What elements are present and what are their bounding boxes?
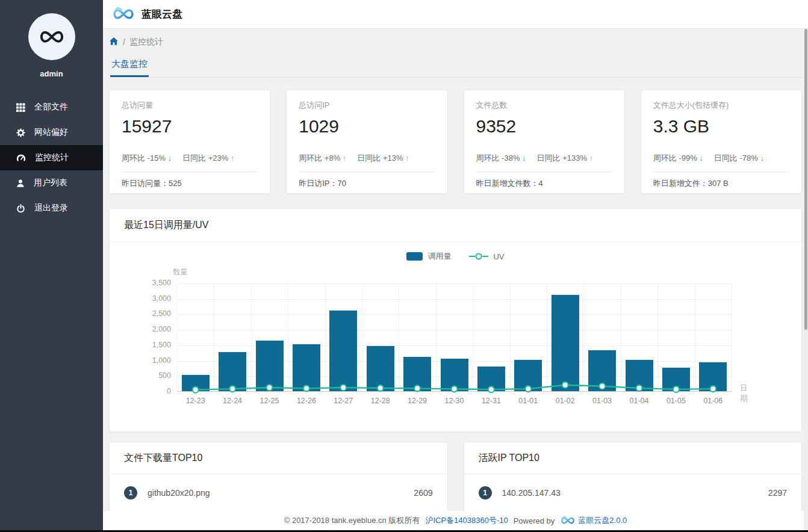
up-arrow-icon: ↑	[231, 153, 235, 162]
scrollbar-track[interactable]	[804, 29, 808, 530]
footer-icp-link[interactable]: 沪ICP备14038360号-10	[425, 515, 508, 526]
x-tick-label: 01-06	[695, 397, 732, 405]
stat-card-3: 文件总大小(包括缓存)3.3 GB周环比 -99% ↓日同比 -78% ↓昨日新…	[641, 90, 802, 194]
stat-footer: 昨日新增文件数：4	[476, 178, 612, 189]
x-tick-label: 12-29	[399, 397, 435, 405]
footer-powered-by: Powered by	[514, 516, 555, 525]
sidebar-item-1[interactable]: 网站偏好	[0, 120, 103, 145]
x-tick-label: 01-05	[657, 397, 694, 405]
scrollbar-thumb[interactable]	[804, 29, 807, 330]
stat-label: 总访问IP	[299, 100, 435, 111]
x-tick-label: 12-31	[473, 397, 509, 405]
y-tick-label: 1,500	[132, 341, 171, 349]
y-tick-label: 500	[132, 371, 171, 380]
y-tick-label: 2,500	[132, 309, 171, 318]
stat-value: 15927	[122, 116, 258, 137]
legend-item-UV[interactable]: UV	[469, 252, 504, 261]
gear-icon	[16, 128, 25, 137]
list-item: 1github20x20.png2609	[110, 474, 447, 507]
stat-cards-row: 总访问量15927周环比 -15% ↓日同比 +23% ↑昨日访问量：525总访…	[109, 90, 802, 194]
sidebar-item-2[interactable]: 监控统计	[0, 145, 103, 170]
sidebar-item-0[interactable]: 全部文件	[0, 94, 103, 120]
sidebar-item-label: 用户列表	[34, 178, 67, 188]
main-content: / 监控统计 大盘监控 总访问量15927周环比 -15% ↓日同比 +23% …	[103, 29, 808, 532]
sidebar-item-4[interactable]: 退出登录	[0, 196, 103, 221]
down-arrow-icon: ↓	[699, 153, 703, 162]
downloads-top10-title: 文件下载量TOP10	[110, 442, 447, 474]
x-tick-label: 01-03	[583, 397, 620, 405]
stat-value: 3.3 GB	[653, 116, 789, 137]
y-axis-name: 数量	[173, 267, 188, 277]
x-tick-label: 12-24	[214, 397, 250, 405]
rank-badge: 1	[124, 486, 137, 500]
stat-card-0: 总访问量15927周环比 -15% ↓日同比 +23% ↑昨日访问量：525	[109, 90, 270, 194]
chart-title: 最近15日调用量/UV	[110, 209, 801, 242]
app-logo-icon	[111, 7, 135, 22]
x-tick-label: 12-26	[288, 397, 325, 405]
y-tick-label: 0	[132, 387, 171, 395]
sidebar-item-label: 网站偏好	[34, 127, 68, 138]
legend-label: UV	[493, 252, 504, 261]
x-tick-label: 12-27	[325, 397, 362, 405]
tab-bar: 大盘监控	[109, 58, 802, 78]
stat-label: 总访问量	[122, 100, 258, 111]
home-icon[interactable]	[109, 37, 119, 48]
stat-card-1: 总访问IP1029周环比 +8% ↑日同比 +13% ↑昨日访IP：70	[286, 90, 447, 194]
list-item: 1140.205.147.432297	[464, 474, 802, 507]
x-axis-name: 日期	[740, 383, 748, 404]
app-header: 蓝眼云盘	[103, 0, 808, 29]
tab-dashboard-monitor[interactable]: 大盘监控	[110, 58, 149, 77]
uv-line-series	[177, 283, 732, 392]
stat-card-2: 文件总数9352周环比 -38% ↓日同比 +133% ↑昨日新增文件数：4	[464, 90, 625, 194]
grid-icon	[16, 103, 25, 112]
list-item-value: 2297	[768, 488, 787, 498]
page-footer: © 2017-2018 tank.eyeblue.cn 版权所有 沪ICP备14…	[103, 511, 808, 530]
user-avatar	[28, 13, 75, 60]
stat-footer: 昨日新增文件：307 B	[653, 178, 789, 189]
x-tick-label: 01-02	[547, 397, 583, 405]
sidebar-item-label: 全部文件	[34, 102, 68, 113]
footer-logo-icon	[560, 516, 576, 525]
stat-trend: 周环比 +8% ↑日同比 +13% ↑	[299, 153, 435, 164]
list-item-value: 2609	[414, 488, 432, 498]
x-tick-label: 12-25	[251, 397, 288, 405]
stat-value: 1029	[299, 116, 435, 137]
active-ip-top10-title: 活跃IP TOP10	[464, 442, 802, 474]
stat-trend: 周环比 -38% ↓日同比 +133% ↑	[476, 153, 612, 164]
list-item-name: github20x20.png	[148, 488, 210, 498]
y-tick-label: 1,000	[132, 356, 171, 365]
breadcrumb-current: 监控统计	[129, 37, 163, 48]
active-ip-top10-list: 1140.205.147.432297	[464, 474, 802, 507]
sidebar-item-label: 监控统计	[35, 152, 69, 163]
x-tick-label: 12-30	[436, 397, 473, 405]
down-arrow-icon: ↓	[168, 153, 172, 162]
legend-label: 调用量	[427, 251, 451, 262]
stat-footer: 昨日访IP：70	[299, 178, 435, 189]
y-tick-label: 3,000	[132, 294, 171, 303]
stat-label: 文件总数	[476, 100, 612, 111]
downloads-top10-list: 1github20x20.png2609	[110, 474, 447, 507]
stat-trend: 周环比 -99% ↓日同比 -78% ↓	[653, 153, 789, 164]
up-arrow-icon: ↑	[343, 153, 347, 162]
app-title: 蓝眼云盘	[141, 7, 182, 21]
x-tick-label: 12-28	[362, 397, 399, 405]
chart-card: 最近15日调用量/UV 调用量UV 数量 日期 05001,0001,5002,…	[109, 208, 802, 432]
infinity-logo-icon	[38, 28, 66, 46]
x-tick-label: 01-04	[621, 397, 657, 405]
breadcrumb-separator: /	[123, 37, 125, 47]
sidebar-item-3[interactable]: 用户列表	[0, 170, 103, 196]
footer-copyright: © 2017-2018 tank.eyeblue.cn 版权所有	[284, 515, 420, 526]
line-swatch-icon	[469, 252, 488, 261]
y-tick-label: 3,500	[132, 279, 171, 287]
stat-footer: 昨日访问量：525	[122, 178, 258, 189]
sidebar-menu: 全部文件网站偏好监控统计用户列表退出登录	[0, 94, 103, 221]
stat-label: 文件总大小(包括缓存)	[653, 100, 789, 111]
footer-brand-link[interactable]: 蓝眼云盘2.0.0	[578, 515, 627, 526]
chart-legend: 调用量UV	[110, 251, 801, 262]
y-tick-label: 2,000	[132, 325, 171, 333]
legend-item-调用量[interactable]: 调用量	[406, 251, 451, 262]
breadcrumb: / 监控统计	[109, 36, 802, 49]
sidebar: admin 全部文件网站偏好监控统计用户列表退出登录	[0, 0, 103, 532]
gauge-icon	[16, 153, 26, 162]
user-icon	[16, 179, 25, 188]
